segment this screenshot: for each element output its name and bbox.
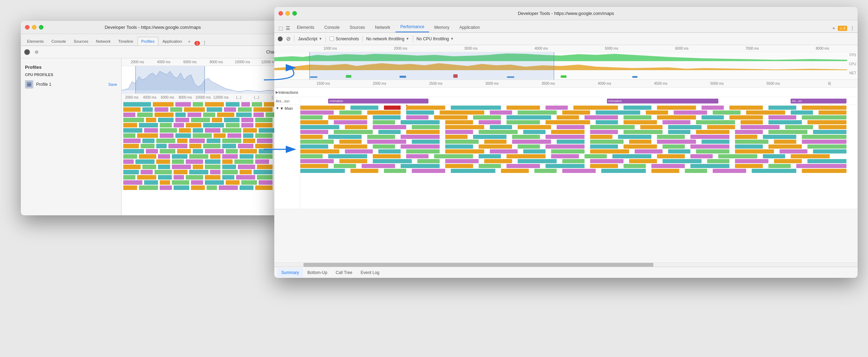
svg-rect-139 <box>144 180 158 185</box>
tab-application-1[interactable]: Application <box>159 37 185 45</box>
svg-rect-151 <box>191 185 205 190</box>
svg-rect-101 <box>255 154 273 159</box>
save-profile-button[interactable]: Save <box>108 82 117 86</box>
tab-elements-2[interactable]: Elements <box>292 23 319 32</box>
menu-icon-1[interactable]: ⋮ <box>202 40 207 45</box>
svg-rect-254 <box>813 130 846 134</box>
svg-rect-297 <box>735 144 763 149</box>
screenshots-checkbox-label[interactable]: Screenshots <box>329 36 359 41</box>
overview-chart-1[interactable] <box>122 66 285 94</box>
svg-rect-363 <box>412 169 445 173</box>
kebab-menu-icon[interactable]: ⋮ <box>850 25 855 31</box>
svg-rect-115 <box>193 165 203 169</box>
flame-chart-rows-1[interactable] <box>122 101 285 206</box>
js-profiling-dropdown[interactable]: JavaScript ▼ <box>298 36 322 41</box>
svg-rect-161 <box>453 74 458 78</box>
tab-application-2[interactable]: Application <box>454 23 485 32</box>
svg-rect-355 <box>651 164 685 168</box>
minimize-button-2[interactable] <box>285 11 290 16</box>
interactions-row: ▶ Interactions <box>274 88 858 97</box>
timeline-scrollbar[interactable] <box>274 263 858 267</box>
svg-rect-213 <box>401 120 440 124</box>
svg-rect-15 <box>184 107 205 112</box>
tab-console-2[interactable]: Console <box>319 23 344 32</box>
svg-rect-107 <box>205 159 220 164</box>
svg-rect-237 <box>741 125 779 129</box>
close-button-1[interactable] <box>25 25 30 30</box>
anim-bar-1: Animation <box>328 99 428 103</box>
svg-rect-326 <box>691 154 713 158</box>
cpu-profile-chart[interactable]: 2000 ms 4000 ms 6000 ms 8000 ms 10000 ms… <box>122 58 285 215</box>
svg-rect-308 <box>590 149 629 153</box>
svg-rect-61 <box>193 133 212 138</box>
scrollbar-thumb[interactable] <box>303 263 653 267</box>
svg-rect-133 <box>186 175 203 180</box>
tab-event-log[interactable]: Event Log <box>357 268 384 277</box>
svg-rect-222 <box>741 120 763 124</box>
svg-rect-136 <box>236 175 255 180</box>
svg-rect-117 <box>222 165 236 169</box>
inspect-icon[interactable]: ⬚ <box>278 25 283 31</box>
maximize-button-1[interactable] <box>39 25 43 30</box>
more-tabs-1[interactable]: » <box>186 37 192 45</box>
tab-call-tree[interactable]: Call Tree <box>332 268 357 277</box>
svg-rect-247 <box>551 130 584 134</box>
tab-network-2[interactable]: Network <box>370 23 395 32</box>
tab-network-1[interactable]: Network <box>92 37 114 45</box>
svg-rect-210 <box>300 120 328 124</box>
svg-rect-37 <box>241 118 253 122</box>
timeline-selection-1[interactable] <box>135 66 205 93</box>
record-button-2[interactable] <box>278 36 283 41</box>
svg-rect-140 <box>160 180 170 185</box>
tab-summary[interactable]: Summary <box>277 268 303 277</box>
svg-rect-279 <box>629 140 651 144</box>
clear-recording-button[interactable]: ⊘ <box>286 35 291 42</box>
svg-rect-266 <box>691 135 729 139</box>
svg-rect-293 <box>590 144 618 149</box>
svg-rect-309 <box>635 149 662 153</box>
svg-rect-327 <box>718 154 757 158</box>
svg-rect-36 <box>224 118 240 122</box>
svg-rect-209 <box>802 115 846 119</box>
svg-rect-193 <box>791 110 813 115</box>
record-button-1[interactable] <box>24 49 30 55</box>
tab-sources-1[interactable]: Sources <box>70 37 92 45</box>
clear-button-1[interactable]: ⊘ <box>33 48 40 56</box>
main-thread-content[interactable] <box>300 105 858 209</box>
tab-timeline-1[interactable]: Timeline <box>115 37 137 45</box>
tab-profiles-1[interactable]: Profiles <box>137 37 158 45</box>
cpu-throttle-dropdown[interactable]: No CPU throttling ▼ <box>417 36 454 41</box>
svg-rect-67 <box>142 139 155 143</box>
svg-rect-141 <box>172 180 189 185</box>
screenshots-checkbox[interactable] <box>329 36 334 41</box>
tab-performance-2[interactable]: Performance <box>395 22 429 32</box>
tab-elements-1[interactable]: Elements <box>24 37 47 45</box>
toolbar-separator-1 <box>294 35 294 42</box>
overview-area[interactable]: 1000 ms 2000 ms 3000 ms 4000 ms 5000 ms … <box>274 45 858 80</box>
svg-rect-250 <box>668 130 690 134</box>
device-icon[interactable]: ☰ <box>286 25 290 31</box>
main-expand-icon[interactable]: ▼ <box>276 106 279 110</box>
svg-rect-227 <box>373 125 406 129</box>
tab-console-1[interactable]: Console <box>48 37 69 45</box>
svg-rect-347 <box>362 164 395 168</box>
profile-item-1[interactable]: Profile 1 Save <box>21 78 121 91</box>
interactions-expand-icon[interactable]: ▶ <box>274 90 278 94</box>
main-label: ▼ Main <box>280 106 293 110</box>
minimize-button-1[interactable] <box>32 25 36 30</box>
svg-rect-84 <box>123 149 144 153</box>
close-button-2[interactable] <box>278 11 283 16</box>
svg-rect-319 <box>434 154 473 158</box>
svg-rect-0 <box>27 82 32 87</box>
tab-sources-2[interactable]: Sources <box>345 23 370 32</box>
tab-bottom-up[interactable]: Bottom-Up <box>303 268 331 277</box>
fps-label: FPS <box>850 53 856 57</box>
toolbar-separator-4 <box>413 35 413 42</box>
network-throttle-dropdown[interactable]: No network throttling ▼ <box>366 36 409 41</box>
maximize-button-2[interactable] <box>292 11 297 16</box>
more-tabs-2[interactable]: » <box>833 26 835 31</box>
svg-rect-190 <box>674 110 707 115</box>
svg-rect-274 <box>445 140 478 144</box>
tab-memory-2[interactable]: Memory <box>429 23 454 32</box>
svg-rect-346 <box>334 164 356 168</box>
